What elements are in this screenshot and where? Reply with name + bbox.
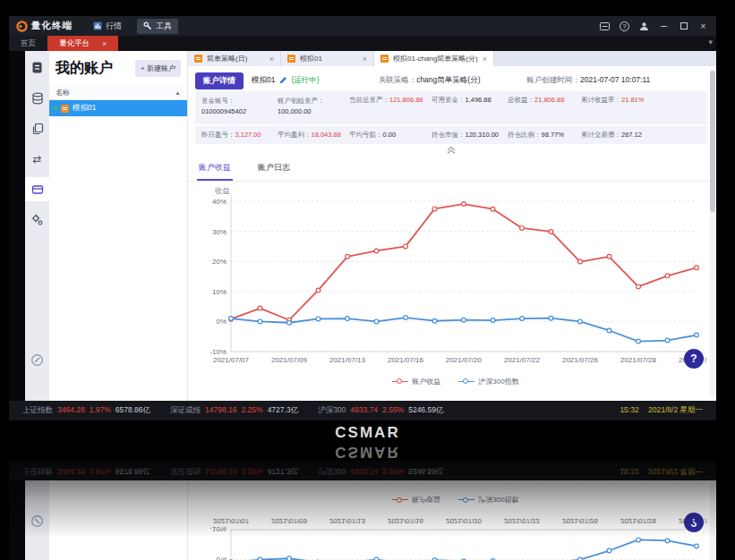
stat-field: 当前总资产：121,806.88 xyxy=(349,96,432,124)
index-quote: 沪深3004933.742.55%5246.59亿 xyxy=(318,405,443,414)
vertical-scrollbar[interactable] xyxy=(710,69,715,397)
transfer-icon[interactable]: ⇄ xyxy=(25,147,49,171)
stat-field: 可用资金：1,496.88 xyxy=(432,96,508,124)
close-icon[interactable]: × xyxy=(269,55,274,64)
file-icon xyxy=(194,55,202,63)
svg-text:2021/07/22: 2021/07/22 xyxy=(504,356,541,364)
doc-tab[interactable]: 简单策略(日)× xyxy=(188,51,281,66)
stat-field: 持仓比例：98.77% xyxy=(508,131,581,140)
stats-row-1: 资金账号：010000945402账户初始资产：100,000.00当前总资产：… xyxy=(195,91,707,124)
svg-text:2021/07/28: 2021/07/28 xyxy=(620,517,657,525)
svg-text:2021/07/09: 2021/07/09 xyxy=(271,356,308,364)
card-icon[interactable] xyxy=(25,177,49,201)
svg-text:10%: 10% xyxy=(212,288,226,296)
new-account-button[interactable]: + 新建账户 xyxy=(135,60,181,77)
tab-account-returns[interactable]: 账户收益 xyxy=(197,162,233,181)
left-dark-strip xyxy=(9,51,25,401)
svg-text:收益: 收益 xyxy=(215,186,231,195)
returns-chart-svg: 收益40%30%20%10%0%-10%2021/07/072021/07/09… xyxy=(195,185,707,373)
close-icon[interactable]: × xyxy=(483,55,487,64)
watermark-mirror: CSMAR xyxy=(0,443,735,461)
status-bar: 上证指数3464.281.97%6578.86亿深证成指14798.162.25… xyxy=(9,401,716,420)
detail-account-name: 模拟01 xyxy=(252,75,275,86)
status-date: 2021/8/2 星期一 xyxy=(648,405,703,414)
menu-item-market[interactable]: 行情 xyxy=(87,19,128,34)
created-value: 2021-07-07 10:07:11 xyxy=(580,75,650,84)
clock: 15:32 2021/8/2 星期一 xyxy=(620,405,703,416)
legend-item[interactable]: 沪深300指数 xyxy=(458,377,518,386)
svg-text:2021/07/07: 2021/07/07 xyxy=(213,356,250,364)
account-details: 账户详情 模拟01 (运行中) 关联策略：chang简单策略(分) 账户创建时间… xyxy=(188,66,716,156)
svg-text:2021/07/30: 2021/07/30 xyxy=(679,517,707,525)
tab-account-log[interactable]: 账户日志 xyxy=(256,162,292,181)
stat-field: 资金账号：010000945402 xyxy=(201,96,278,124)
gears-icon[interactable] xyxy=(25,208,49,232)
minimize-icon[interactable]: – xyxy=(658,21,670,32)
help-icon[interactable]: ? xyxy=(619,21,630,32)
icon-rail: ⇄ xyxy=(25,51,49,401)
menu-label-tools: 工具 xyxy=(156,21,172,32)
stat-field: 账户初始资产：100,000.00 xyxy=(278,96,349,124)
doc-tab[interactable]: 模拟01× xyxy=(281,51,374,66)
svg-text:2021/07/13: 2021/07/13 xyxy=(329,356,366,364)
svg-text:2021/07/26: 2021/07/26 xyxy=(562,517,599,525)
copy-icon[interactable] xyxy=(25,116,49,140)
scrollbar-thumb[interactable] xyxy=(710,71,715,212)
svg-text:2021/07/16: 2021/07/16 xyxy=(388,517,424,525)
close-icon[interactable]: × xyxy=(697,21,709,32)
main-area: ⇄ 我的账户 + 新建账户 名称 ▲ 模拟0 xyxy=(9,51,716,401)
sort-asc-icon[interactable]: ▲ xyxy=(175,89,181,96)
doc-tab[interactable]: 模拟01-chang简单策略(分)× xyxy=(374,51,494,66)
svg-text:2021/07/13: 2021/07/13 xyxy=(329,517,366,525)
doc-tab-label: 模拟01 xyxy=(300,54,358,64)
doc-tab-label: 模拟01-chang简单策略(分) xyxy=(393,54,478,64)
accounts-panel: 我的账户 + 新建账户 名称 ▲ 模拟01 xyxy=(49,51,188,401)
svg-text:2021/07/07: 2021/07/07 xyxy=(213,517,250,525)
stat-field: 平均盈利：18,043.88 xyxy=(278,131,349,140)
window-controls: ? – × xyxy=(599,21,709,32)
account-details-badge: 账户详情 xyxy=(195,72,244,89)
svg-text:2021/07/20: 2021/07/20 xyxy=(446,356,483,364)
chart-legend: 账户收益沪深300指数 xyxy=(195,377,716,386)
collapse-chevron-icon[interactable] xyxy=(195,144,707,156)
stat-field: 累计收益率：21.81% xyxy=(581,96,707,124)
svg-text:20%: 20% xyxy=(212,258,226,266)
account-book-icon[interactable] xyxy=(25,55,49,80)
clock-icon[interactable] xyxy=(25,348,49,372)
content-area: 简单策略(日)×模拟01×模拟01-chang简单策略(分)× 账户详情 模拟0… xyxy=(188,51,716,401)
title-bar: 量化终端 行情 工具 xyxy=(9,16,716,36)
svg-text:0%: 0% xyxy=(216,318,226,326)
svg-text:2021/07/22: 2021/07/22 xyxy=(504,517,541,525)
tab-overflow-icon[interactable]: ▾ xyxy=(708,38,713,47)
brand: 量化终端 xyxy=(16,20,73,32)
close-icon[interactable]: × xyxy=(102,39,107,48)
content-tab-bar: 账户收益 账户日志 xyxy=(188,156,716,182)
user-icon[interactable] xyxy=(638,21,650,32)
menu-item-tools[interactable]: 工具 xyxy=(137,19,178,34)
stat-field: 平均亏损：0.00 xyxy=(349,131,432,140)
menu-label-market: 行情 xyxy=(106,21,122,32)
account-list-item[interactable]: 模拟01 xyxy=(49,100,187,116)
message-icon[interactable] xyxy=(599,21,611,32)
svg-text:2021/07/20: 2021/07/20 xyxy=(446,517,483,525)
help-button[interactable]: ? xyxy=(684,349,704,369)
edit-icon[interactable] xyxy=(279,76,287,86)
svg-text:2021/07/26: 2021/07/26 xyxy=(562,356,599,364)
close-icon[interactable]: × xyxy=(363,55,367,64)
tab-quant-platform[interactable]: 量化平台 × xyxy=(47,36,118,51)
account-list-header[interactable]: 名称 ▲ xyxy=(49,85,187,100)
tab-quant-platform-label: 量化平台 xyxy=(59,38,90,49)
file-icon xyxy=(287,55,295,63)
legend-item[interactable]: 账户收益 xyxy=(392,377,440,386)
index-quote: 上证指数3464.281.97%6578.86亿 xyxy=(22,405,150,414)
svg-text:2021/07/16: 2021/07/16 xyxy=(388,356,424,364)
menu-bar: 行情 工具 xyxy=(87,19,178,34)
name-column-label: 名称 xyxy=(56,88,70,98)
restore-icon[interactable] xyxy=(678,21,689,32)
running-status: (运行中) xyxy=(291,75,319,86)
doc-tab-label: 简单策略(日) xyxy=(207,54,265,64)
tab-home-label: 首页 xyxy=(21,38,36,49)
status-time: 15:32 xyxy=(620,405,638,414)
database-icon[interactable] xyxy=(25,86,49,110)
tab-home[interactable]: 首页 xyxy=(9,36,47,51)
